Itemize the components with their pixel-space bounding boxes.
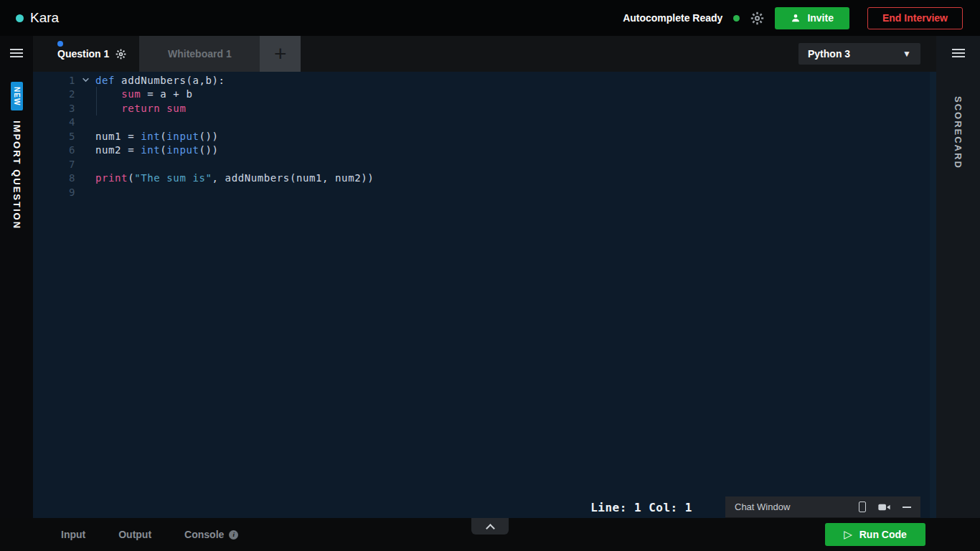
tab-console-label: Console (184, 529, 224, 540)
line-number: 9 (33, 187, 75, 198)
topbar-right: Autocomplete Ready (623, 7, 963, 29)
person-icon (791, 13, 801, 23)
code-text: return sum (95, 103, 186, 114)
center-column: Question 1 Whiteboard (33, 36, 936, 518)
code-lines: 1def addNumbers(a,b):2 sum = a + b3 retu… (33, 73, 936, 199)
run-code-label: Run Code (859, 529, 907, 540)
tab-gear-icon[interactable] (116, 49, 126, 60)
indent-guide (96, 87, 97, 101)
panel-expand-handle[interactable] (471, 518, 509, 534)
invite-label: Invite (807, 12, 834, 24)
code-text: def addNumbers(a,b): (95, 75, 225, 86)
autocomplete-status-dot (733, 15, 740, 22)
code-line[interactable]: 4 (33, 116, 936, 130)
app-window: Kara Autocomplete Ready (0, 0, 980, 551)
code-text: num1 = int(input()) (95, 131, 219, 142)
line-number: 8 (33, 172, 75, 184)
main-row: NEW IMPORT QUESTION Question 1 (0, 36, 980, 518)
end-interview-button[interactable]: End Interview (867, 7, 963, 29)
code-editor[interactable]: 1def addNumbers(a,b):2 sum = a + b3 retu… (33, 72, 936, 518)
chevron-down-icon: ▼ (903, 49, 911, 59)
code-line[interactable]: 8print("The sum is", addNumbers(num1, nu… (33, 171, 936, 186)
chevron-up-icon (486, 524, 495, 533)
tab-whiteboard-1[interactable]: Whiteboard 1 (139, 36, 260, 72)
app-logo: Kara (30, 10, 59, 26)
language-selected: Python 3 (808, 48, 850, 60)
scorecard-button[interactable]: SCORECARD (953, 96, 963, 169)
code-line[interactable]: 2 sum = a + b (33, 88, 936, 102)
code-line[interactable]: 3 return sum (33, 101, 936, 116)
tab-console[interactable]: Console i (184, 529, 238, 540)
right-sidebar: SCORECARD (936, 36, 980, 518)
line-number: 2 (33, 88, 75, 100)
autocomplete-status: Autocomplete Ready (623, 12, 722, 24)
code-line[interactable]: 7 (33, 157, 936, 171)
info-icon[interactable]: i (229, 530, 238, 540)
code-text: num2 = int(input()) (95, 144, 219, 156)
tab-output[interactable]: Output (118, 529, 151, 540)
chat-window-bar[interactable]: Chat Window (725, 496, 920, 518)
chat-icons (859, 501, 911, 512)
brand-dot-icon (16, 14, 24, 22)
line-number: 1 (33, 75, 75, 86)
mobile-icon[interactable] (859, 501, 866, 512)
settings-gear-icon[interactable] (750, 11, 764, 25)
line-number: 6 (33, 144, 75, 156)
tab-question-label: Question 1 (57, 48, 109, 60)
new-badge: NEW (11, 82, 23, 110)
invite-button[interactable]: Invite (775, 7, 849, 29)
cursor-position-status: Line: 1 Col: 1 (590, 501, 692, 514)
fold-chevron-icon[interactable] (75, 76, 95, 84)
import-question-button[interactable]: IMPORT QUESTION (11, 121, 22, 230)
bottom-bar: Input Output Console i ▷ Run Code (0, 518, 980, 551)
tab-bar: Question 1 Whiteboard (33, 36, 936, 72)
play-icon: ▷ (844, 528, 852, 541)
top-bar: Kara Autocomplete Ready (0, 0, 980, 36)
code-line[interactable]: 1def addNumbers(a,b): (33, 73, 936, 88)
console-tabs: Input Output Console i (61, 518, 238, 551)
video-camera-icon[interactable] (878, 503, 890, 512)
indent-guide (96, 101, 97, 116)
add-tab-button[interactable]: + (260, 36, 301, 72)
unsaved-dot (57, 41, 63, 47)
tab-question-1[interactable]: Question 1 (46, 36, 139, 72)
code-line[interactable]: 6num2 = int(input()) (33, 143, 936, 158)
chat-window-title: Chat Window (735, 501, 790, 512)
left-sidebar: NEW IMPORT QUESTION (0, 36, 33, 518)
tab-input[interactable]: Input (61, 529, 85, 540)
brand: Kara (16, 10, 59, 26)
line-number: 3 (33, 103, 75, 114)
line-number: 4 (33, 116, 75, 128)
code-line[interactable]: 9 (33, 185, 936, 199)
editor-scrollbar[interactable] (930, 72, 936, 518)
right-menu-icon[interactable] (952, 49, 965, 57)
minimize-icon[interactable] (903, 507, 911, 508)
line-number: 5 (33, 131, 75, 142)
code-text: sum = a + b (95, 88, 192, 100)
code-line[interactable]: 5num1 = int(input()) (33, 129, 936, 143)
language-selector[interactable]: Python 3 ▼ (798, 43, 920, 65)
code-text: print("The sum is", addNumbers(num1, num… (95, 172, 374, 184)
line-number: 7 (33, 159, 75, 170)
left-menu-icon[interactable] (10, 49, 23, 57)
run-code-button[interactable]: ▷ Run Code (825, 523, 925, 546)
